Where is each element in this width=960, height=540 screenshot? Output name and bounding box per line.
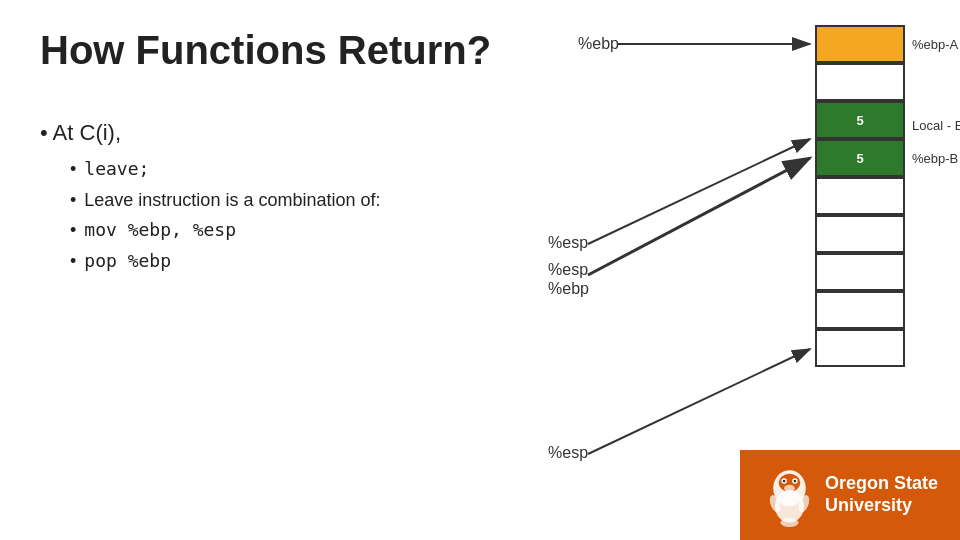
stack-diagram: 5 5: [815, 25, 905, 367]
sub-bullet-mov: mov %ebp, %esp: [70, 215, 380, 246]
ebp-a-label: %ebp-A: [912, 37, 959, 52]
stack-cell-7: [815, 291, 905, 329]
svg-line-1: [588, 139, 810, 244]
sub-bullet-leave-desc: Leave instruction is a combination of:: [70, 185, 380, 216]
stack-cells: 5 5: [815, 25, 905, 367]
local-b-label: Local - B: [912, 118, 960, 133]
page-title: How Functions Return?: [40, 28, 491, 73]
svg-point-11: [794, 479, 797, 482]
main-bullet: • At C(i),: [40, 120, 380, 146]
svg-point-14: [780, 518, 798, 527]
ebp-label: %ebp: [578, 35, 619, 52]
stack-cell-5: [815, 215, 905, 253]
ebp-b-label: %ebp-B: [912, 151, 958, 166]
stack-cell-8: [815, 329, 905, 367]
osu-text: Oregon State University: [825, 473, 938, 516]
esp-label-mov: %esp: [548, 234, 588, 251]
svg-line-3: [588, 349, 810, 454]
sub-bullet-leave: leave;: [70, 154, 380, 185]
esp-label-pop: %esp: [548, 261, 588, 278]
stack-cell-1: [815, 63, 905, 101]
content-area: • At C(i), leave; Leave instruction is a…: [40, 120, 380, 276]
stack-cell-0: [815, 25, 905, 63]
osu-logo: Oregon State University: [740, 450, 960, 540]
beaver-icon: [762, 463, 817, 528]
stack-cell-4: [815, 177, 905, 215]
ebp-label-pop: %ebp: [548, 280, 589, 297]
sub-bullets-list: leave; Leave instruction is a combinatio…: [70, 154, 380, 276]
sub-bullet-pop: pop %ebp: [70, 246, 380, 277]
svg-point-10: [783, 479, 786, 482]
stack-cell-3: 5: [815, 139, 905, 177]
stack-cell-6: [815, 253, 905, 291]
stack-cell-2: 5: [815, 101, 905, 139]
svg-line-2: [588, 158, 810, 275]
esp-bottom-label: %esp: [548, 444, 588, 461]
